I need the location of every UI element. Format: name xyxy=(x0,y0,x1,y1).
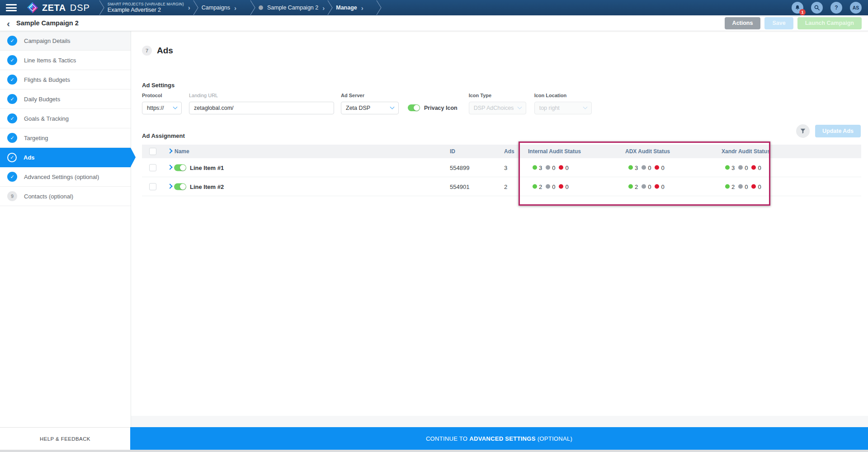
continue-text-suffix: (OPTIONAL) xyxy=(538,435,572,442)
sidebar-item-label: Advanced Settings (optional) xyxy=(24,174,99,180)
breadcrumb-campaigns[interactable]: Campaigns › xyxy=(202,4,236,12)
breadcrumb-advertiser-label: Example Advertiser 2 xyxy=(108,7,184,13)
ad-server-select[interactable]: Zeta DSP xyxy=(341,102,399,114)
launch-campaign-button[interactable]: Launch Campaign xyxy=(797,17,862,29)
save-button[interactable]: Save xyxy=(764,17,793,29)
breadcrumb-manage[interactable]: Manage › xyxy=(336,4,363,12)
breadcrumb-advertiser[interactable]: SMART PROJECTS (VARIABLE MARGIN) Example… xyxy=(108,2,190,13)
rejected-dot-icon xyxy=(559,184,563,189)
pending-count: 0 xyxy=(648,164,651,171)
select-all-checkbox[interactable] xyxy=(149,148,156,155)
icon-location-field: Icon Location top right xyxy=(534,93,592,114)
sidebar-item-label: Flights & Budgets xyxy=(24,76,70,83)
search-button[interactable] xyxy=(811,2,823,14)
notifications-button[interactable]: 1 xyxy=(792,2,803,14)
back-button[interactable]: ‹ xyxy=(7,19,10,28)
ad-server-label: Ad Server xyxy=(341,93,399,98)
landing-url-label: Landing URL xyxy=(189,93,334,98)
sidebar-item-advanced-settings[interactable]: ✓ Advanced Settings (optional) xyxy=(0,167,131,187)
icon-type-label: Icon Type xyxy=(469,93,526,98)
sidebar-item-label: Targeting xyxy=(24,135,48,141)
line-item-id: 554899 xyxy=(450,164,469,171)
step-number-icon: 9 xyxy=(7,191,17,201)
check-circle-icon: ✓ xyxy=(7,113,17,123)
check-circle-icon: ✓ xyxy=(7,172,17,182)
sidebar-item-label: Daily Budgets xyxy=(24,96,60,103)
pending-count: 0 xyxy=(745,183,748,190)
approved-count: 3 xyxy=(635,164,638,171)
protocol-field: Protocol https:// xyxy=(142,93,182,114)
landing-url-field: Landing URL xyxy=(189,93,334,114)
approved-dot-icon xyxy=(725,165,730,170)
chevron-right-icon: › xyxy=(188,4,190,11)
approved-count: 2 xyxy=(731,183,735,190)
section-page-title: Ads xyxy=(157,46,173,56)
column-header-adx-audit: ADX Audit Status xyxy=(625,148,670,155)
row-checkbox[interactable] xyxy=(149,183,156,190)
sidebar-item-ads[interactable]: ✓ Ads xyxy=(0,148,131,167)
approved-count: 2 xyxy=(635,183,638,190)
rejected-count: 0 xyxy=(565,183,568,190)
help-button[interactable]: ? xyxy=(830,2,842,14)
breadcrumb-separator-icon xyxy=(250,0,256,15)
xandr-audit-status: 2 0 0 xyxy=(725,183,761,190)
expand-row-chevron-icon[interactable] xyxy=(167,184,172,188)
pending-dot-icon xyxy=(738,165,743,170)
line-item-active-toggle[interactable] xyxy=(174,183,186,190)
status-dot-icon xyxy=(259,5,263,10)
ad-server-field: Ad Server Zeta DSP xyxy=(341,93,399,114)
filter-funnel-icon xyxy=(800,128,806,134)
continue-button[interactable]: CONTINUE TO ADVANCED SETTINGS (OPTIONAL) xyxy=(130,427,868,450)
help-feedback-button[interactable]: HELP & FEEDBACK xyxy=(0,427,130,450)
zeta-dsp-logo[interactable]: ZETA DSP xyxy=(27,2,90,14)
sidebar-item-daily-budgets[interactable]: ✓ Daily Budgets xyxy=(0,89,131,109)
filter-button[interactable] xyxy=(796,124,810,138)
sidebar-item-goals-tracking[interactable]: ✓ Goals & Tracking xyxy=(0,109,131,128)
column-header-ads: Ads xyxy=(504,148,514,155)
continue-text-prefix: CONTINUE TO xyxy=(426,435,467,442)
sidebar-item-contacts[interactable]: 9 Contacts (optional) xyxy=(0,187,131,206)
approved-dot-icon xyxy=(628,184,633,189)
line-item-id: 554901 xyxy=(450,183,469,190)
protocol-value: https:// xyxy=(147,105,164,111)
avatar[interactable]: AS xyxy=(850,2,862,14)
update-ads-button[interactable]: Update Ads xyxy=(815,125,861,137)
privacy-icon-toggle[interactable] xyxy=(408,104,420,111)
question-mark-icon: ? xyxy=(835,5,838,11)
top-nav-bar: ZETA DSP SMART PROJECTS (VARIABLE MARGIN… xyxy=(0,0,868,15)
pending-count: 0 xyxy=(745,164,748,171)
hamburger-menu-icon[interactable] xyxy=(6,4,17,11)
rejected-count: 0 xyxy=(661,183,664,190)
xandr-audit-status: 3 0 0 xyxy=(725,164,761,171)
check-circle-icon: ✓ xyxy=(7,55,17,65)
protocol-select[interactable]: https:// xyxy=(142,102,182,114)
actions-button[interactable]: Actions xyxy=(725,17,761,29)
icon-location-label: Icon Location xyxy=(534,93,592,98)
breadcrumb-separator-icon xyxy=(376,0,382,15)
rejected-count: 0 xyxy=(661,164,664,171)
rejected-dot-icon xyxy=(655,165,659,170)
continue-text-bold: ADVANCED SETTINGS xyxy=(469,435,535,442)
sidebar-item-flights-budgets[interactable]: ✓ Flights & Budgets xyxy=(0,70,131,89)
icon-location-value: top right xyxy=(539,105,560,111)
sidebar-item-targeting[interactable]: ✓ Targeting xyxy=(0,128,131,148)
breadcrumb-separator-icon xyxy=(193,0,199,15)
sidebar-item-campaign-details[interactable]: ✓ Campaign Details xyxy=(0,31,131,51)
privacy-icon-group: Privacy Icon xyxy=(408,104,458,111)
sidebar-item-label: Campaign Details xyxy=(24,38,71,44)
chevron-right-icon: › xyxy=(361,4,363,12)
approved-dot-icon xyxy=(628,165,633,170)
pending-count: 0 xyxy=(648,183,651,190)
campaign-steps-sidebar: ✓ Campaign Details ✓ Line Items & Tactic… xyxy=(0,31,131,427)
expand-row-chevron-icon[interactable] xyxy=(167,165,172,170)
breadcrumb-campaign[interactable]: Sample Campaign 2 › xyxy=(259,4,325,12)
adx-audit-status: 2 0 0 xyxy=(628,183,665,190)
expand-all-chevron-icon[interactable] xyxy=(167,148,172,153)
icon-type-select: DSP AdChoices xyxy=(469,102,526,114)
landing-url-input[interactable] xyxy=(189,102,334,114)
table-header-row: Name ID Ads Internal Audit Status ADX Au… xyxy=(142,145,861,158)
sidebar-item-line-items-tactics[interactable]: ✓ Line Items & Tactics xyxy=(0,51,131,70)
row-checkbox[interactable] xyxy=(149,164,156,171)
pending-dot-icon xyxy=(738,184,743,189)
line-item-active-toggle[interactable] xyxy=(174,164,186,171)
